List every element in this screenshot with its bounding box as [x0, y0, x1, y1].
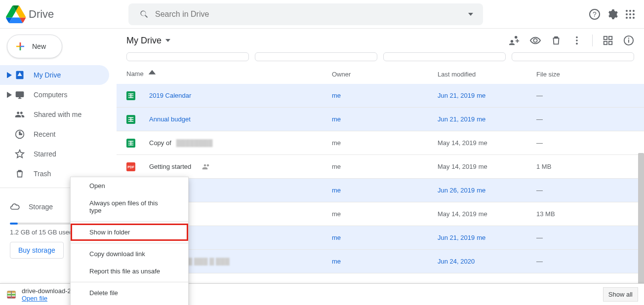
- caret-down-icon[interactable]: [468, 13, 473, 16]
- column-header-modified[interactable]: Last modified: [438, 71, 536, 78]
- chevron-right-icon: [7, 72, 12, 78]
- svg-rect-30: [130, 117, 131, 121]
- search-bar[interactable]: [128, 3, 483, 25]
- buy-storage-button[interactable]: Buy storage: [10, 242, 64, 259]
- delete-icon[interactable]: [551, 35, 562, 46]
- grid-view-icon[interactable]: [603, 35, 613, 46]
- file-size: —: [536, 139, 543, 147]
- ctx-cancel: Cancel: [71, 302, 188, 305]
- apps-grid-icon[interactable]: [624, 8, 636, 20]
- sidebar-item-label: Recent: [34, 130, 55, 138]
- chevron-right-icon: [7, 92, 12, 98]
- svg-rect-14: [604, 37, 607, 39]
- gear-icon[interactable]: [606, 8, 618, 20]
- sidebar-item-label: My Drive: [34, 71, 61, 79]
- file-size: 13 MB: [536, 210, 555, 218]
- file-row[interactable]: PDFGetting startedmeMay 14, 2019me1 MB: [117, 155, 644, 179]
- file-row[interactable]: 2019 CalendarmeJun 21, 2019me—: [117, 84, 644, 108]
- file-row[interactable]: meJun 21, 2019me—: [117, 226, 644, 250]
- file-size: —: [536, 187, 543, 194]
- info-icon[interactable]: [623, 35, 634, 46]
- column-header-name[interactable]: Name: [126, 70, 332, 78]
- svg-rect-35: [130, 141, 131, 145]
- quick-card[interactable]: [126, 52, 249, 61]
- file-modified: May 14, 2019: [438, 139, 477, 147]
- file-row[interactable]: Copy of ████████meMay 14, 2019me—: [117, 131, 644, 155]
- download-open-link[interactable]: Open file: [22, 295, 78, 302]
- file-modified: Jun 24, 2020: [438, 258, 475, 265]
- scrollbar[interactable]: [638, 153, 644, 305]
- svg-rect-58: [11, 291, 12, 298]
- plus-icon: [14, 40, 26, 52]
- file-name: 2019 Calendar: [149, 92, 191, 99]
- context-menu: Open Always open files of this type Show…: [70, 177, 189, 305]
- file-owner: me: [332, 92, 341, 99]
- svg-point-5: [626, 13, 628, 15]
- svg-text:?: ?: [593, 10, 597, 18]
- file-list: 2019 CalendarmeJun 21, 2019me—Annual bud…: [117, 84, 644, 273]
- file-row[interactable]: …getmeJun 26, 2019me—: [117, 179, 644, 202]
- file-name: Annual budget: [149, 115, 191, 123]
- svg-rect-19: [628, 39, 629, 42]
- ctx-show-in-folder[interactable]: Show in folder: [71, 224, 188, 241]
- archive-icon: [6, 289, 17, 300]
- quick-card[interactable]: [512, 52, 634, 61]
- sidebar-item-label: Trash: [34, 170, 51, 178]
- ctx-delete[interactable]: Delete file: [71, 284, 188, 302]
- svg-point-11: [576, 37, 578, 38]
- sidebar-item-computers[interactable]: Computers: [0, 85, 109, 105]
- column-header-size[interactable]: File size: [536, 71, 634, 78]
- column-header-owner[interactable]: Owner: [332, 71, 438, 78]
- content-header: My Drive: [117, 29, 644, 52]
- svg-rect-15: [609, 37, 612, 39]
- sidebar-item-starred[interactable]: Starred: [0, 144, 109, 164]
- app-name: Drive: [29, 8, 54, 21]
- file-row[interactable]: PDF…fmeMay 14, 2019me13 MB: [117, 202, 644, 226]
- file-owner: me: [332, 115, 341, 123]
- caret-down-icon: [165, 39, 170, 42]
- cloud-icon: [10, 202, 20, 212]
- storage-label: Storage: [29, 203, 53, 211]
- my-drive-icon: [15, 70, 25, 80]
- sidebar-item-my-drive[interactable]: My Drive: [0, 65, 109, 85]
- logo-area[interactable]: Drive: [6, 4, 124, 24]
- new-button[interactable]: New: [7, 35, 62, 58]
- file-size: —: [536, 234, 543, 241]
- svg-point-6: [629, 13, 631, 15]
- file-modified: May 14, 2019: [438, 210, 477, 218]
- quick-card[interactable]: [255, 52, 377, 61]
- show-all-button[interactable]: Show all: [603, 287, 638, 302]
- breadcrumb[interactable]: My Drive: [126, 36, 170, 46]
- shared-icon: [15, 110, 25, 119]
- ctx-report[interactable]: Report this file as unsafe: [71, 263, 188, 280]
- drive-logo-icon: [6, 4, 26, 24]
- share-icon[interactable]: [509, 35, 520, 46]
- search-input[interactable]: [155, 10, 478, 19]
- file-modified: Jun 21, 2019: [438, 115, 475, 123]
- preview-icon[interactable]: [530, 35, 541, 46]
- file-modified: Jun 21, 2019: [438, 92, 475, 99]
- ctx-always-open[interactable]: Always open files of this type: [71, 194, 188, 219]
- svg-point-2: [626, 10, 628, 12]
- file-name: Getting started: [149, 163, 191, 170]
- file-modified: Jun 26, 2019: [438, 187, 475, 194]
- svg-rect-16: [604, 41, 607, 44]
- quick-card[interactable]: [383, 52, 506, 61]
- svg-point-20: [628, 38, 629, 38]
- ctx-copy-link[interactable]: Copy download link: [71, 245, 188, 263]
- file-row[interactable]: Annual budgetmeJun 21, 2019me—: [117, 108, 644, 131]
- sidebar-item-shared[interactable]: Shared with me: [0, 105, 109, 124]
- svg-point-3: [629, 10, 631, 12]
- file-owner: me: [332, 139, 341, 147]
- sort-arrow-icon: [149, 70, 156, 78]
- svg-point-13: [576, 43, 578, 45]
- sidebar-item-label: Computers: [34, 91, 67, 99]
- file-size: —: [536, 258, 543, 265]
- sidebar-item-recent[interactable]: Recent: [0, 124, 109, 144]
- help-icon[interactable]: ?: [589, 8, 601, 20]
- more-vert-icon[interactable]: [571, 35, 582, 46]
- ctx-open[interactable]: Open: [71, 177, 188, 194]
- file-modified: May 14, 2019: [438, 163, 477, 170]
- file-row[interactable]: ██████ ██ ███ █ ███meJun 24, 2020—: [117, 250, 644, 273]
- sidebar-item-label: Starred: [34, 150, 56, 158]
